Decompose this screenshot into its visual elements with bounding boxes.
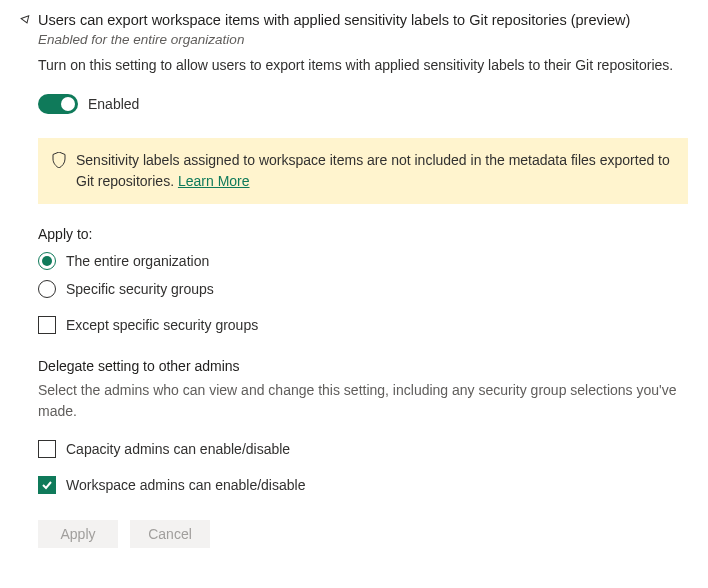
expand-icon[interactable] <box>20 13 32 29</box>
checkbox-icon <box>38 476 56 494</box>
info-banner: Sensitivity labels assigned to workspace… <box>38 138 688 204</box>
radio-icon <box>38 280 56 298</box>
checkbox-except-groups[interactable]: Except specific security groups <box>38 316 688 334</box>
delegate-description: Select the admins who can view and chang… <box>38 380 688 422</box>
cancel-button[interactable]: Cancel <box>130 520 210 548</box>
checkbox-label: Workspace admins can enable/disable <box>66 477 305 493</box>
checkbox-icon <box>38 316 56 334</box>
setting-scope: Enabled for the entire organization <box>38 32 688 47</box>
radio-entire-org[interactable]: The entire organization <box>38 252 688 270</box>
checkbox-workspace-admins[interactable]: Workspace admins can enable/disable <box>38 476 688 494</box>
info-text: Sensitivity labels assigned to workspace… <box>76 152 670 189</box>
apply-to-label: Apply to: <box>38 226 688 242</box>
enable-toggle[interactable] <box>38 94 78 114</box>
radio-label: Specific security groups <box>66 281 214 297</box>
toggle-label: Enabled <box>88 96 139 112</box>
learn-more-link[interactable]: Learn More <box>178 173 250 189</box>
delegate-title: Delegate setting to other admins <box>38 358 688 374</box>
checkbox-label: Except specific security groups <box>66 317 258 333</box>
checkbox-icon <box>38 440 56 458</box>
checkbox-label: Capacity admins can enable/disable <box>66 441 290 457</box>
apply-button[interactable]: Apply <box>38 520 118 548</box>
radio-label: The entire organization <box>66 253 209 269</box>
radio-specific-groups[interactable]: Specific security groups <box>38 280 688 298</box>
shield-icon <box>52 152 66 174</box>
checkbox-capacity-admins[interactable]: Capacity admins can enable/disable <box>38 440 688 458</box>
setting-title: Users can export workspace items with ap… <box>38 10 688 30</box>
setting-description: Turn on this setting to allow users to e… <box>38 55 688 76</box>
radio-icon <box>38 252 56 270</box>
